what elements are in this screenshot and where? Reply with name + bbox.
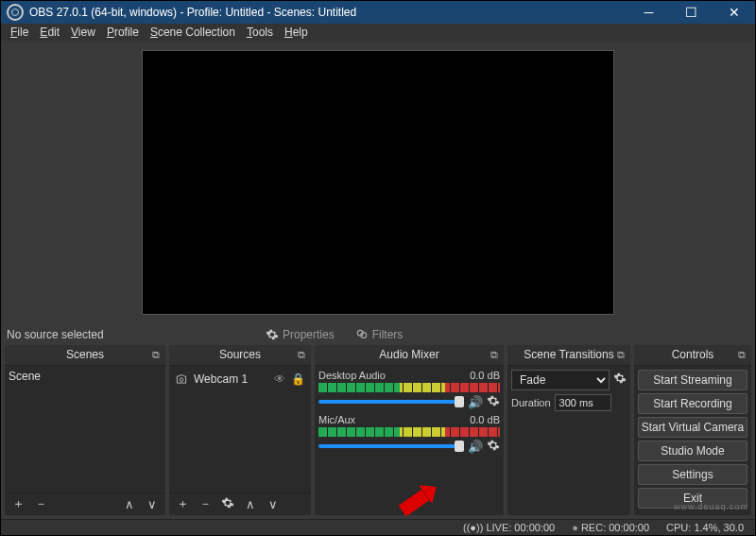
broadcast-icon: ((●)) bbox=[463, 522, 483, 533]
transitions-undock-icon[interactable]: ⧉ bbox=[617, 349, 625, 361]
scene-down-button[interactable]: ∨ bbox=[143, 497, 162, 511]
sources-list[interactable]: Webcam 1 👁 🔒 bbox=[169, 366, 311, 493]
controls-panel: Controls ⧉ Start Streaming Start Recordi… bbox=[634, 345, 751, 515]
mixer-title: Audio Mixer bbox=[379, 348, 438, 361]
start-recording-button[interactable]: Start Recording bbox=[638, 393, 747, 414]
cpu-status: CPU: 1.4%, 30.0 bbox=[666, 522, 744, 533]
menu-tools[interactable]: Tools bbox=[243, 24, 277, 41]
app-icon bbox=[7, 4, 24, 21]
menu-view[interactable]: View bbox=[67, 24, 99, 41]
source-toolbar: No source selected Properties Filters bbox=[1, 324, 755, 345]
source-label: Webcam 1 bbox=[194, 372, 248, 386]
window-title: OBS 27.0.1 (64-bit, windows) - Profile: … bbox=[29, 6, 627, 19]
slider-thumb[interactable] bbox=[455, 396, 464, 407]
sources-undock-icon[interactable]: ⧉ bbox=[298, 349, 305, 361]
preview-area bbox=[1, 41, 755, 324]
track-name: Mic/Aux bbox=[318, 414, 355, 425]
controls-header: Controls ⧉ bbox=[634, 345, 751, 366]
scenes-list[interactable]: Scene bbox=[5, 366, 165, 493]
track-settings-button[interactable] bbox=[487, 394, 500, 410]
sources-footer: ＋ － ∧ ∨ bbox=[169, 493, 311, 515]
filter-icon bbox=[355, 328, 369, 341]
speaker-icon[interactable]: 🔊 bbox=[468, 395, 483, 409]
no-source-label: No source selected bbox=[7, 328, 252, 341]
mixer-header: Audio Mixer ⧉ bbox=[315, 345, 504, 366]
sources-panel: Sources ⧉ Webcam 1 👁 🔒 ＋ － ∧ ∨ bbox=[169, 345, 311, 515]
visibility-toggle-icon[interactable]: 👁 bbox=[274, 372, 285, 386]
svg-point-2 bbox=[180, 377, 183, 381]
menu-edit[interactable]: Edit bbox=[36, 24, 63, 41]
statusbar: ((●)) LIVE: 00:00:00 ● REC: 00:00:00 CPU… bbox=[1, 519, 755, 535]
watermark: www.deuaq.com bbox=[674, 502, 748, 511]
filters-button[interactable]: Filters bbox=[348, 325, 411, 344]
audio-mixer-panel: Audio Mixer ⧉ Desktop Audio 0.0 dB 🔊 bbox=[315, 345, 504, 515]
volume-slider[interactable] bbox=[318, 444, 464, 448]
source-down-button[interactable]: ∨ bbox=[264, 497, 283, 511]
start-streaming-button[interactable]: Start Streaming bbox=[638, 370, 747, 390]
controls-title: Controls bbox=[672, 348, 714, 361]
audio-track-desktop: Desktop Audio 0.0 dB 🔊 bbox=[318, 370, 500, 410]
scene-item[interactable]: Scene bbox=[9, 370, 162, 383]
gear-icon bbox=[221, 496, 234, 510]
controls-undock-icon[interactable]: ⧉ bbox=[738, 349, 746, 361]
controls-body: Start Streaming Start Recording Start Vi… bbox=[634, 366, 751, 515]
menu-scene-collection[interactable]: Scene Collection bbox=[146, 24, 239, 41]
menu-help[interactable]: Help bbox=[281, 24, 312, 41]
camera-icon bbox=[175, 372, 188, 386]
gear-icon bbox=[487, 439, 500, 452]
track-name: Desktop Audio bbox=[318, 370, 386, 381]
source-up-button[interactable]: ∧ bbox=[241, 497, 260, 511]
menu-profile[interactable]: Profile bbox=[103, 24, 143, 41]
volume-slider[interactable] bbox=[318, 400, 464, 404]
sources-header: Sources ⧉ bbox=[169, 345, 311, 366]
rec-status: ● REC: 00:00:00 bbox=[572, 522, 649, 533]
gear-icon bbox=[266, 328, 279, 341]
preview-canvas[interactable] bbox=[142, 50, 614, 315]
source-remove-button[interactable]: － bbox=[196, 495, 215, 512]
track-db: 0.0 dB bbox=[470, 370, 500, 381]
volume-meter bbox=[318, 383, 500, 392]
slider-thumb[interactable] bbox=[455, 441, 464, 452]
filters-label: Filters bbox=[372, 328, 404, 341]
menubar: File Edit View Profile Scene Collection … bbox=[1, 24, 755, 41]
menu-file[interactable]: File bbox=[7, 24, 32, 41]
track-db: 0.0 dB bbox=[470, 414, 500, 425]
transition-settings-button[interactable] bbox=[613, 372, 627, 388]
settings-button[interactable]: Settings bbox=[638, 464, 747, 485]
studio-mode-button[interactable]: Studio Mode bbox=[638, 441, 747, 461]
maximize-button[interactable]: ☐ bbox=[670, 1, 713, 24]
scenes-header: Scenes ⧉ bbox=[5, 345, 165, 366]
source-add-button[interactable]: ＋ bbox=[173, 495, 192, 512]
scenes-footer: ＋ － ∧ ∨ bbox=[5, 493, 165, 515]
scene-up-button[interactable]: ∧ bbox=[120, 497, 139, 511]
scenes-panel: Scenes ⧉ Scene ＋ － ∧ ∨ bbox=[5, 345, 165, 515]
transition-select[interactable]: Fade bbox=[511, 370, 610, 390]
titlebar: OBS 27.0.1 (64-bit, windows) - Profile: … bbox=[1, 1, 755, 24]
dock-panels: Scenes ⧉ Scene ＋ － ∧ ∨ Sources ⧉ bbox=[1, 345, 755, 519]
scene-remove-button[interactable]: － bbox=[31, 495, 50, 512]
sources-title: Sources bbox=[219, 348, 261, 361]
duration-input[interactable] bbox=[555, 394, 611, 411]
duration-label: Duration bbox=[511, 397, 551, 408]
mixer-undock-icon[interactable]: ⧉ bbox=[490, 349, 498, 361]
app-window: OBS 27.0.1 (64-bit, windows) - Profile: … bbox=[0, 0, 756, 536]
volume-meter bbox=[318, 427, 500, 437]
scenes-undock-icon[interactable]: ⧉ bbox=[152, 349, 160, 361]
mixer-body: Desktop Audio 0.0 dB 🔊 Mic/Aux bbox=[315, 366, 504, 515]
gear-icon bbox=[613, 372, 627, 385]
gear-icon bbox=[487, 394, 500, 407]
scene-add-button[interactable]: ＋ bbox=[9, 495, 27, 512]
live-status: ((●)) LIVE: 00:00:00 bbox=[463, 522, 555, 533]
source-item[interactable]: Webcam 1 👁 🔒 bbox=[173, 370, 307, 389]
minimize-button[interactable]: ─ bbox=[627, 1, 670, 24]
lock-toggle-icon[interactable]: 🔒 bbox=[291, 372, 305, 386]
audio-track-mic: Mic/Aux 0.0 dB 🔊 bbox=[318, 414, 500, 455]
transitions-body: Fade Duration bbox=[507, 366, 630, 515]
transitions-title: Scene Transitions bbox=[524, 348, 613, 361]
speaker-icon[interactable]: 🔊 bbox=[468, 440, 483, 454]
close-button[interactable]: ✕ bbox=[713, 1, 755, 24]
start-virtual-camera-button[interactable]: Start Virtual Camera bbox=[638, 417, 747, 438]
track-settings-button[interactable] bbox=[487, 439, 500, 455]
properties-button[interactable]: Properties bbox=[258, 325, 342, 344]
source-properties-button[interactable] bbox=[218, 496, 237, 512]
